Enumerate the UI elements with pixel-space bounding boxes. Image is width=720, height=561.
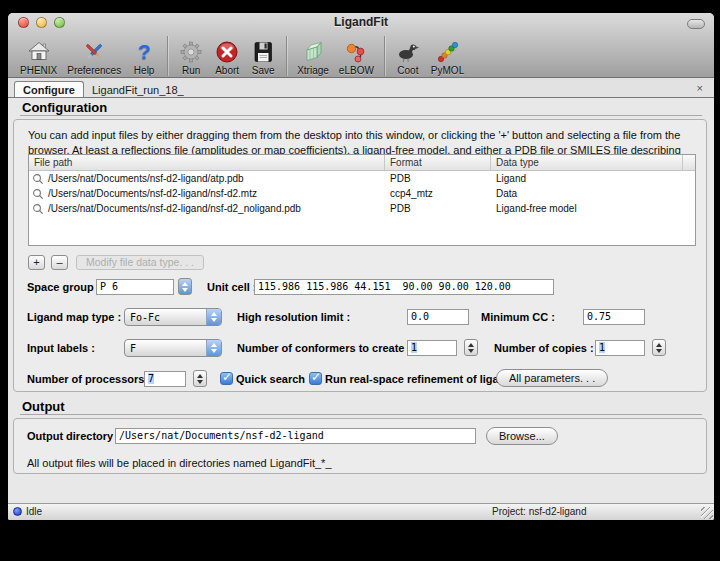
ligand-map-type-popup[interactable]: Fo-Fc — [124, 308, 222, 326]
toolbar-item-abort[interactable]: Abort — [209, 38, 245, 77]
molecule-chain-icon — [435, 38, 461, 65]
toolbar-item-run[interactable]: Run — [173, 38, 209, 77]
space-group-stepper[interactable] — [178, 278, 192, 295]
status-bar: Idle Project: nsf-d2-ligand — [8, 503, 714, 520]
toolbar-item-save[interactable]: Save — [245, 38, 281, 77]
toolbar-label: PyMOL — [431, 65, 464, 77]
gear-icon — [178, 38, 204, 65]
toolbar-item-xtriage[interactable]: Xtriage — [292, 38, 334, 77]
popup-arrows-icon — [206, 340, 221, 356]
file-path-cell: /Users/nat/Documents/nsf-d2-ligand/nsf-d… — [48, 201, 301, 216]
output-directory-field[interactable]: /Users/nat/Documents/nsf-d2-ligand — [115, 428, 476, 444]
file-path-cell: /Users/nat/Documents/nsf-d2-ligand/atp.p… — [48, 171, 244, 186]
all-parameters-button[interactable]: All parameters. . . — [496, 369, 608, 387]
toolbar-label: Preferences — [67, 65, 121, 77]
ligandfit-window: LigandFit PHENIX — [8, 13, 714, 520]
status-indicator-icon — [13, 507, 22, 516]
output-heading: Output — [22, 399, 65, 414]
toolbar-item-elbow[interactable]: eLBOW — [334, 38, 379, 77]
toolbar-item-help[interactable]: ? Help — [126, 38, 162, 77]
quick-search-checkbox[interactable] — [220, 372, 233, 385]
column-header-data-type[interactable]: Data type — [491, 155, 683, 170]
high-resolution-limit-field[interactable]: 0.0 — [407, 309, 469, 325]
popup-arrows-icon — [206, 309, 221, 325]
data-type-cell: Ligand — [491, 171, 683, 186]
num-conformers-field[interactable]: 1 — [407, 340, 457, 356]
unit-cell-label: Unit cell : — [207, 281, 257, 293]
close-window-button[interactable] — [18, 17, 29, 28]
resize-grip[interactable] — [701, 507, 713, 519]
toolbar-item-pymol[interactable]: PyMOL — [426, 38, 469, 77]
format-cell: ccp4_mtz — [385, 186, 491, 201]
toolbar-label: Abort — [215, 65, 239, 77]
close-tab-icon[interactable]: × — [697, 82, 703, 94]
toolbar-separator — [384, 36, 385, 76]
unit-cell-field[interactable]: 115.986 115.986 44.151 90.00 90.00 120.0… — [254, 279, 554, 295]
tab-ligandfit-run[interactable]: LigandFit_run_18_ — [84, 82, 192, 97]
magnifier-icon[interactable] — [32, 173, 44, 185]
tools-icon — [81, 38, 107, 65]
traffic-lights — [18, 17, 65, 28]
input-labels-popup[interactable]: F — [124, 339, 222, 357]
num-copies-field[interactable]: 1 — [595, 340, 645, 356]
high-resolution-limit-label: High resolution limit : — [237, 311, 350, 323]
floppy-disk-icon — [250, 38, 276, 65]
column-header-extra — [683, 155, 695, 170]
num-processors-field[interactable]: 7 — [144, 371, 186, 387]
quick-search-label: Quick search — [236, 373, 305, 385]
table-row[interactable]: /Users/nat/Documents/nsf-d2-ligand/nsf-d… — [29, 201, 695, 216]
toolbar-toggle-widget[interactable] — [687, 19, 705, 29]
toolbar-item-coot[interactable]: Coot — [390, 38, 426, 77]
toolbar-item-phenix[interactable]: PHENIX — [15, 38, 62, 77]
toolbar-separator — [167, 36, 168, 76]
toolbar-label: Save — [252, 65, 275, 77]
remove-file-button[interactable]: – — [51, 255, 68, 270]
toolbar-label: eLBOW — [339, 65, 374, 77]
table-row[interactable]: /Users/nat/Documents/nsf-d2-ligand/nsf-d… — [29, 186, 695, 201]
output-directory-label: Output directory : — [27, 430, 120, 442]
phenix-home-icon — [26, 38, 52, 65]
space-group-field[interactable]: P 6 — [96, 279, 174, 295]
tab-configure[interactable]: Configure — [14, 81, 84, 97]
column-header-file-path[interactable]: File path — [29, 155, 385, 170]
status-text: Idle — [26, 506, 42, 517]
configuration-heading: Configuration — [22, 100, 107, 115]
magnifier-icon[interactable] — [32, 203, 44, 215]
num-copies-stepper[interactable] — [652, 339, 666, 356]
input-labels-label: Input labels : — [27, 342, 95, 354]
magnifier-icon[interactable] — [32, 188, 44, 200]
coot-bird-icon — [395, 38, 421, 65]
toolbar-separator — [286, 36, 287, 76]
table-row[interactable]: /Users/nat/Documents/nsf-d2-ligand/atp.p… — [29, 171, 695, 186]
toolbar-label: Coot — [397, 65, 418, 77]
minimize-window-button[interactable] — [36, 17, 47, 28]
modify-file-data-type-button[interactable]: Modify file data type. . . — [76, 255, 204, 270]
add-file-button[interactable]: + — [28, 255, 45, 270]
num-conformers-label: Number of conformers to create : — [237, 342, 411, 354]
toolbar-label: Help — [134, 65, 155, 77]
table-header-row: File path Format Data type — [29, 155, 695, 171]
browse-button[interactable]: Browse... — [486, 427, 558, 445]
title-bar[interactable]: LigandFit — [8, 13, 714, 32]
stop-x-icon — [214, 38, 240, 65]
format-cell: PDB — [385, 201, 491, 216]
crystal-slab-icon — [300, 38, 326, 65]
toolbar-label: Xtriage — [297, 65, 329, 77]
input-files-table[interactable]: File path Format Data type /Users/nat/Do… — [28, 154, 696, 246]
num-conformers-stepper[interactable] — [464, 339, 478, 356]
heading-divider — [20, 115, 702, 116]
num-processors-stepper[interactable] — [193, 370, 207, 387]
question-mark-icon: ? — [131, 38, 157, 65]
data-type-cell: Ligand-free model — [491, 201, 683, 216]
configuration-panel: You can add input files by either draggi… — [13, 119, 707, 392]
data-type-cell: Data — [491, 186, 683, 201]
configure-page: Configuration You can add input files by… — [8, 98, 714, 504]
format-cell: PDB — [385, 171, 491, 186]
toolbar-item-preferences[interactable]: Preferences — [62, 38, 126, 77]
column-header-format[interactable]: Format — [385, 155, 491, 170]
real-space-refine-checkbox[interactable] — [309, 372, 322, 385]
minimum-cc-field[interactable]: 0.75 — [583, 309, 645, 325]
zoom-window-button[interactable] — [54, 17, 65, 28]
tab-strip: Configure LigandFit_run_18_ × — [8, 78, 714, 99]
real-space-refine-label: Run real-space refinement of ligand — [325, 373, 512, 385]
